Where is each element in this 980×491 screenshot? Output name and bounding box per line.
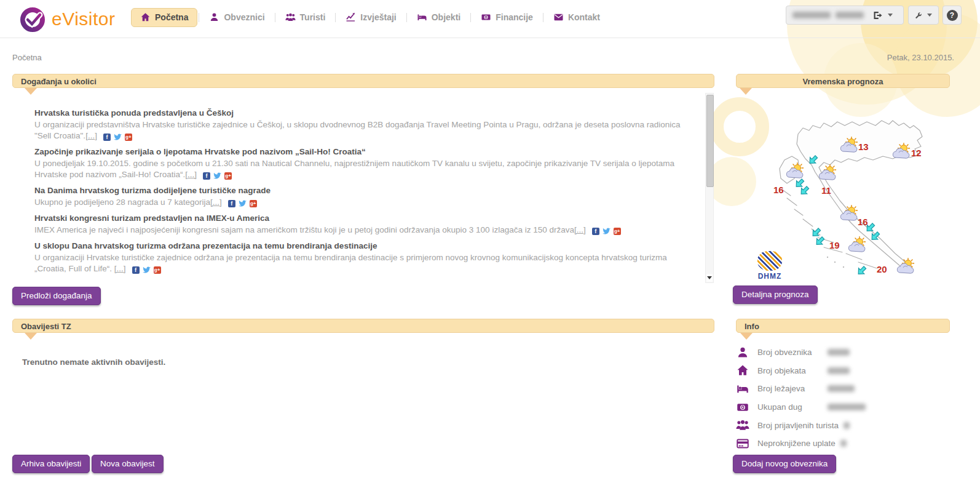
chart-icon <box>346 12 356 22</box>
share-icons: fg+ <box>203 172 232 180</box>
news-more-link[interactable]: [...] <box>210 198 222 207</box>
redacted-value <box>828 367 850 374</box>
redacted-value <box>828 404 866 410</box>
news-more-link[interactable]: [...] <box>114 264 126 273</box>
info-label: Broj obveznika <box>757 348 828 357</box>
news-body: U organizaciji Hrvatske turističke zajed… <box>34 252 682 274</box>
news-item: Hrvatski kongresni turizam predstavljen … <box>34 214 682 236</box>
user-menu-button[interactable] <box>786 6 904 25</box>
facebook-icon[interactable]: f <box>228 200 235 207</box>
facebook-icon[interactable]: f <box>103 134 111 141</box>
news-more-link[interactable]: [...] <box>85 131 97 140</box>
dhmz-logo-text: DHMZ <box>754 272 786 281</box>
people-icon <box>285 12 296 22</box>
googleplus-icon[interactable]: g+ <box>125 134 132 141</box>
dhmz-emblem-icon <box>757 251 782 271</box>
facebook-icon[interactable]: f <box>132 266 140 274</box>
share-icons: fg+ <box>103 134 132 141</box>
current-date: Petak, 23.10.2015. <box>887 53 954 62</box>
home-icon <box>736 364 749 377</box>
twitter-icon[interactable] <box>114 134 122 141</box>
googleplus-icon[interactable]: g+ <box>154 266 161 274</box>
nav-item-financije[interactable]: Financije <box>472 9 542 26</box>
add-new-obligor-button[interactable]: Dodaj novog obveznika <box>733 455 836 473</box>
bed-icon <box>417 12 427 22</box>
nav-label: Izvještaji <box>360 12 396 22</box>
nav-item-objekti[interactable]: Objekti <box>408 9 469 26</box>
help-icon: ? <box>947 10 958 21</box>
news-body: U organizaciji predstavništva Hrvatske t… <box>34 119 682 142</box>
googleplus-icon[interactable]: g+ <box>224 172 232 180</box>
wind-arrow-icon <box>814 235 826 247</box>
info-label: Neproknjižene uplate <box>757 439 840 448</box>
news-title[interactable]: Započinje prikazivanje serijala o ljepot… <box>34 147 682 156</box>
evisitor-logo[interactable]: eVisitor <box>18 5 116 33</box>
logout-icon <box>872 10 883 20</box>
temperature-label: 20 <box>877 264 887 274</box>
evisitor-logo-icon <box>18 5 47 33</box>
breadcrumb[interactable]: Početna <box>12 53 42 62</box>
notices-empty-message: Trenutno nemate aktivnih obavijesti. <box>22 357 165 367</box>
wind-arrow-icon <box>810 226 823 239</box>
news-body: IMEX America je najveći i najposjećeniji… <box>34 225 682 236</box>
events-scrollbar[interactable] <box>705 93 714 283</box>
new-notice-button[interactable]: Nova obavijest <box>92 455 164 473</box>
help-button[interactable]: ? <box>942 6 962 25</box>
twitter-icon[interactable] <box>213 172 221 180</box>
temperature-label: 16 <box>773 185 784 195</box>
nav-label: Objekti <box>432 12 460 22</box>
nav-label: Turisti <box>300 12 326 22</box>
settings-menu-button[interactable] <box>908 6 939 25</box>
facebook-icon[interactable]: f <box>203 172 210 180</box>
nav-label: Obveznici <box>224 12 264 22</box>
news-text: U organizaciji Hrvatske turističke zajed… <box>34 253 667 273</box>
twitter-icon[interactable] <box>239 200 247 207</box>
news-title[interactable]: U sklopu Dana hrvatskog turizma održana … <box>34 241 682 250</box>
detailed-forecast-button[interactable]: Detaljna prognoza <box>733 285 818 304</box>
nav-item-kontakt[interactable]: Kontakt <box>545 9 609 26</box>
twitter-icon[interactable] <box>603 228 611 235</box>
scrollbar-thumb[interactable] <box>706 95 714 187</box>
banknote-icon <box>481 12 491 22</box>
redacted-value <box>828 349 850 356</box>
news-title[interactable]: Hrvatska turistička ponuda predstavljena… <box>34 108 682 118</box>
chevron-down-icon <box>888 14 893 19</box>
nav-item-izvjestaji[interactable]: Izvještaji <box>337 9 405 26</box>
person-icon <box>209 12 219 22</box>
temperature-label: 12 <box>911 148 922 158</box>
news-text: IMEX America je najveći i najposjećeniji… <box>34 225 574 234</box>
news-title[interactable]: Hrvatski kongresni turizam predstavljen … <box>34 214 682 223</box>
evisitor-logo-text: eVisitor <box>52 9 116 30</box>
temperature-label: 13 <box>858 142 869 152</box>
twitter-icon[interactable] <box>143 266 151 274</box>
temperature-label: 16 <box>858 217 868 227</box>
nav-item-pocetna[interactable]: Početna <box>131 8 197 27</box>
news-title[interactable]: Na Danima hrvatskog turizma dodijeljene … <box>34 186 682 195</box>
news-more-link[interactable]: [...] <box>185 170 197 179</box>
news-more-link[interactable]: [...] <box>574 225 586 234</box>
facebook-icon[interactable]: f <box>592 228 599 235</box>
news-body: U ponedjeljak 19.10.2015. godine s počet… <box>34 158 682 180</box>
nav-separator <box>406 13 407 22</box>
info-row: Neproknjižene uplate <box>736 434 950 453</box>
nav-separator <box>470 13 471 22</box>
share-icons: fg+ <box>228 200 257 207</box>
events-list: Hrvatska turistička ponuda predstavljena… <box>12 92 714 284</box>
info-label: Broj objekata <box>757 366 828 375</box>
suncloud-icon <box>848 237 865 252</box>
bed-icon <box>736 383 749 395</box>
news-item: U sklopu Dana hrvatskog turizma održana … <box>34 241 682 274</box>
scrollbar-down-button[interactable] <box>706 274 713 282</box>
googleplus-icon[interactable]: g+ <box>250 200 257 207</box>
notices-archive-button[interactable]: Arhiva obavijesti <box>12 455 90 473</box>
share-icons: fg+ <box>592 228 621 235</box>
nav-item-obveznici[interactable]: Obveznici <box>200 9 273 26</box>
share-icons: fg+ <box>132 266 161 274</box>
info-panel-header: Info <box>736 319 950 333</box>
googleplus-icon[interactable]: g+ <box>614 228 621 235</box>
redacted-value <box>828 385 855 392</box>
news-body: Ukupno je podijeljeno 28 nagrada u 7 kat… <box>34 197 682 208</box>
info-stats: Broj obveznika Broj objekata Broj ležaje… <box>736 343 950 453</box>
nav-item-turisti[interactable]: Turisti <box>277 9 334 26</box>
suggest-events-button[interactable]: Predloži događanja <box>12 287 101 305</box>
